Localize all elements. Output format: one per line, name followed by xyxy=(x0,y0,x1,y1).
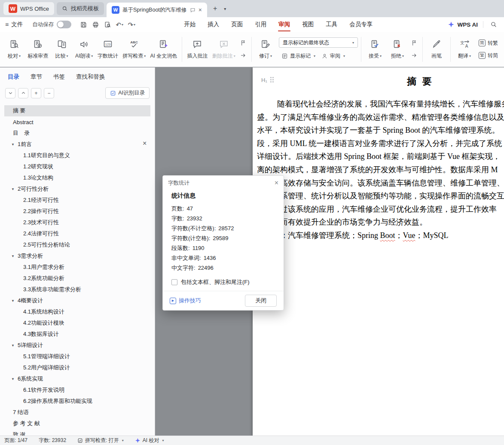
close-tab-icon[interactable]: × xyxy=(199,6,202,13)
print-button[interactable] xyxy=(90,19,101,30)
toc-item[interactable]: ▼ 3.2系统功能分析 xyxy=(4,273,150,284)
toc-item[interactable]: ▼ 3.1用户需求分析 xyxy=(4,262,150,273)
tips-link[interactable]: ▶ 操作技巧 xyxy=(170,297,201,305)
toc-item[interactable]: ▼ 1前言 xyxy=(4,139,150,150)
collapse-triangle-icon[interactable]: ▼ xyxy=(11,299,18,303)
toc-item[interactable]: ▼ 4概要设计 xyxy=(4,295,150,306)
menu-item[interactable]: 视图 xyxy=(296,17,320,32)
previous-comment-button[interactable] xyxy=(238,38,248,48)
close-dialog-button[interactable]: 关闭 xyxy=(245,295,277,307)
reject-change-button[interactable]: 拒绝▾ xyxy=(387,34,408,65)
document-tab[interactable]: W 基于SpringBoot的汽车维修 × xyxy=(107,3,207,17)
compare-button[interactable]: 比较▾ xyxy=(51,34,73,65)
ai-read-aloud-button[interactable]: AI朗读▾ xyxy=(73,34,95,65)
sidebar-tab[interactable]: 查找和替换 xyxy=(76,73,105,81)
include-footnotes-option[interactable]: 包括文本框、脚注和尾注(F) xyxy=(171,278,275,286)
file-menu-button[interactable]: ≡ 文件 xyxy=(5,21,23,28)
previous-change-button[interactable] xyxy=(409,38,419,48)
collapse-triangle-icon[interactable]: ▼ xyxy=(11,344,18,347)
menu-item[interactable]: 工具 xyxy=(320,17,343,32)
toc-item[interactable]: ▼ 摘 要 xyxy=(4,105,150,116)
new-tab-button[interactable]: + xyxy=(210,2,220,15)
toc-item[interactable]: ▼ 参 考 文 献 xyxy=(4,418,150,429)
toc-item[interactable]: ▼ 4.2功能设计模块 xyxy=(4,317,150,329)
menu-item[interactable]: 引用 xyxy=(249,17,272,32)
sidebar-tab[interactable]: 书签 xyxy=(53,73,65,81)
menu-item[interactable]: 插入 xyxy=(202,17,225,32)
autosave-toggle[interactable] xyxy=(57,21,71,28)
menu-item[interactable]: 页面 xyxy=(225,17,249,32)
toc-item[interactable]: ▼ 3需求分析 xyxy=(4,250,150,262)
tab-list-chevron-icon[interactable]: ▾ xyxy=(220,2,229,15)
toc-item[interactable]: ▼ 1.3论文结构 xyxy=(4,172,150,183)
markup-state-select[interactable]: 显示标记的最终状态 ▾ xyxy=(279,37,358,48)
collapse-triangle-icon[interactable]: ▼ xyxy=(11,187,18,191)
toc-item[interactable]: ▼ 5详细设计 xyxy=(4,340,150,351)
dialog-titlebar[interactable]: 字数统计 × xyxy=(163,176,284,190)
traditional-to-simplified-button[interactable]: 繁 转简 xyxy=(476,50,501,61)
template-search-tab[interactable]: 找稻壳模板 xyxy=(57,2,104,15)
toc-item[interactable]: ▼ 致 谢 xyxy=(4,429,150,436)
toc-item[interactable]: ▼ 2可行性分析 xyxy=(4,183,150,195)
next-change-button[interactable] xyxy=(409,50,419,61)
toc-item[interactable]: ▼ 2.1经济可行性 xyxy=(4,195,150,206)
toc-item[interactable]: ▼ 2.2操作可行性 xyxy=(4,206,150,217)
simplified-to-traditional-button[interactable]: 简 转繁 xyxy=(476,38,501,48)
collapse-triangle-icon[interactable]: ▼ xyxy=(11,254,18,258)
accept-change-button[interactable]: 接受▾ xyxy=(364,34,386,65)
sidebar-tab[interactable]: 章节 xyxy=(31,73,42,81)
delete-comment-button[interactable]: 删除批注▾ xyxy=(211,34,237,65)
collapse-all-button[interactable] xyxy=(5,88,15,98)
save-button[interactable] xyxy=(78,19,89,30)
sidebar-tab[interactable]: 目录 xyxy=(8,73,19,81)
toc-item[interactable]: ▼ 5.2用户端详细设计 xyxy=(4,362,150,373)
page-indicator[interactable]: 页面: 1/47 xyxy=(4,437,27,444)
insert-comment-button[interactable]: 插入批注 xyxy=(185,34,210,65)
toc-item[interactable]: ▼ 1.2研究现状 xyxy=(4,161,150,172)
toc-item[interactable]: ▼ 2.5可行性分析结论 xyxy=(4,239,150,250)
word-count-button[interactable]: 123 字数统计 xyxy=(96,34,120,65)
toc-item[interactable]: ▼ 6.2操作系统界面和功能实现 xyxy=(4,396,150,407)
toc-item[interactable]: ▼ 2.3技术可行性 xyxy=(4,217,150,228)
collapse-triangle-icon[interactable]: ▼ xyxy=(11,143,18,146)
next-comment-button[interactable] xyxy=(238,50,248,61)
word-count-indicator[interactable]: 字数: 23932 xyxy=(39,437,66,444)
spell-check-status[interactable]: 拼写检查: 打开 ▾ xyxy=(77,437,124,444)
toc-item[interactable]: ▼ 3.3系统非功能需求分析 xyxy=(4,284,150,295)
toc-item[interactable]: ▼ 目 录 xyxy=(4,128,150,139)
menu-item[interactable]: 会员专享 xyxy=(343,17,379,32)
toc-item[interactable]: ▼ 6.1软件开发说明 xyxy=(4,384,150,396)
ai-recognize-toc-button[interactable]: AI识别目录 xyxy=(105,87,150,99)
show-markup-button[interactable]: 显示标记 ▾ xyxy=(279,51,318,61)
ai-proofread-status[interactable]: AI 校对 ▾ xyxy=(135,437,164,444)
toc-item[interactable]: ▼ 6系统实现 xyxy=(4,373,150,384)
decrease-level-button[interactable]: − xyxy=(44,88,54,98)
print-preview-button[interactable] xyxy=(102,19,113,30)
toc-item[interactable]: ▼ 4.1系统结构设计 xyxy=(4,306,150,317)
expand-all-button[interactable] xyxy=(18,88,28,98)
close-sidebar-icon[interactable]: × xyxy=(143,140,147,147)
checkbox[interactable] xyxy=(171,279,177,285)
menu-item[interactable]: 开始 xyxy=(178,17,202,32)
toc-item[interactable]: ▼ 7 结语 xyxy=(4,407,150,418)
toc-item[interactable]: ▼ 2.4法律可行性 xyxy=(4,228,150,239)
increase-level-button[interactable]: + xyxy=(31,88,41,98)
redo-button[interactable]: ↷▾ xyxy=(126,19,137,30)
dialog-close-icon[interactable]: × xyxy=(275,179,278,187)
translate-button[interactable]: 文A 翻译▾ xyxy=(454,34,475,65)
menu-item[interactable]: 审阅 xyxy=(272,17,296,32)
track-changes-button[interactable]: 修订▾ xyxy=(255,34,276,65)
undo-button[interactable]: ↶▾ xyxy=(114,19,125,30)
wps-ai-button[interactable]: WPS AI xyxy=(448,21,478,28)
wps-home-tab[interactable]: W WPS Office xyxy=(3,2,54,15)
toc-item[interactable]: ▼ 5.1管理端详细设计 xyxy=(4,351,150,362)
ink-brush-button[interactable]: 画笔 xyxy=(426,34,447,65)
toc-item[interactable]: ▼ Abstract xyxy=(4,116,150,128)
document-page[interactable]: H₁ 摘 要 随着现代社会经济的发展，我国汽车保有量持续增长，汽车维修服务盛。为… xyxy=(253,67,504,436)
search-icon[interactable] xyxy=(489,19,499,30)
ai-polish-button[interactable]: AI 全文润色 xyxy=(148,34,179,65)
proofread-button[interactable]: 校对▾ xyxy=(3,34,25,65)
toc-item[interactable]: ▼ 4.3数据库设计 xyxy=(4,329,150,340)
toc-item[interactable]: ▼ 1.1研究目的与意义 xyxy=(4,150,150,161)
spell-check-button[interactable]: ABC 拼写检查▾ xyxy=(121,34,147,65)
